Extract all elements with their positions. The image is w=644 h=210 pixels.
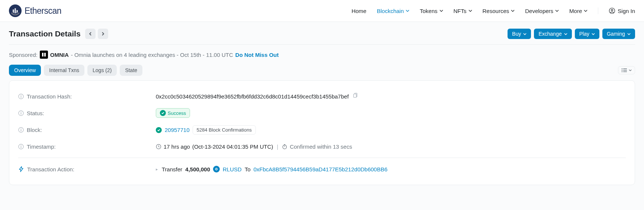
nav-resources[interactable]: Resources <box>483 8 515 14</box>
chevron-down-icon <box>629 69 632 72</box>
svg-rect-17 <box>21 113 22 114</box>
svg-point-22 <box>21 145 22 146</box>
chevron-down-icon <box>406 9 409 13</box>
nav-label: Resources <box>483 8 509 14</box>
chevron-down-icon <box>511 9 515 13</box>
tab-logs[interactable]: Logs (2) <box>87 65 117 76</box>
nav-home[interactable]: Home <box>351 8 366 14</box>
nav-nfts[interactable]: NFTs <box>454 8 472 14</box>
label-action: Transaction Action: <box>27 166 74 172</box>
chevron-down-icon <box>555 9 559 13</box>
chevron-down-icon <box>439 9 443 13</box>
page-title: Transaction Details <box>9 29 81 38</box>
action-verb: Transfer <box>162 166 182 172</box>
main-nav: Home Blockchain Tokens NFTs Resources De… <box>351 7 635 14</box>
confirmations-pill: 5284 Block Confirmations <box>193 125 256 135</box>
etherscan-logo-icon <box>9 4 22 17</box>
info-icon <box>18 144 24 149</box>
tab-state[interactable]: State <box>120 65 142 76</box>
svg-point-16 <box>21 112 22 112</box>
row-status: Status: Success <box>18 104 626 122</box>
chevron-left-icon <box>88 32 92 36</box>
svg-rect-3 <box>42 53 44 56</box>
tabs-more-button[interactable] <box>618 66 635 74</box>
svg-rect-20 <box>21 130 22 132</box>
chevron-down-icon <box>468 9 472 13</box>
sponsor-text: - Omnia launches on 4 leading exchanges … <box>71 52 233 58</box>
prev-tx-button[interactable] <box>85 29 96 39</box>
chevron-down-icon <box>584 9 587 13</box>
title-nav <box>85 29 108 39</box>
confirmed-within: Confirmed within 13 secs <box>290 143 352 150</box>
gaming-button[interactable]: Gaming <box>602 29 635 39</box>
chevron-down-icon <box>564 32 567 36</box>
cta-label: Play <box>579 31 589 37</box>
nav-label: Home <box>351 8 366 14</box>
tabs-row: Overview Internal Txns Logs (2) State <box>9 65 635 80</box>
status-text: Success <box>168 110 186 116</box>
row-timestamp: Timestamp: 17 hrs ago (Oct-13-2024 04:01… <box>18 138 626 155</box>
nav-blockchain[interactable]: Blockchain <box>377 8 409 14</box>
brand-logo[interactable]: Etherscan <box>9 4 61 17</box>
exchange-button[interactable]: Exchange <box>534 29 571 39</box>
next-tx-button[interactable] <box>98 29 108 39</box>
title-row: Transaction Details Buy Exchange Play <box>9 22 635 45</box>
nav-tokens[interactable]: Tokens <box>420 8 443 14</box>
time-full: (Oct-13-2024 04:01:35 PM UTC) <box>192 143 273 150</box>
list-icon <box>621 68 627 72</box>
chevron-down-icon <box>523 32 527 36</box>
nav-developers[interactable]: Developers <box>525 8 559 14</box>
cta-label: Buy <box>512 31 521 37</box>
to-address-link[interactable]: 0xFbcA8B5f5794456B59aD4177E5b212d0Db600B… <box>254 166 387 172</box>
brand-name: Etherscan <box>25 6 61 16</box>
tx-card: Transaction Hash: 0x2cc0c5034620529894f9… <box>9 80 635 185</box>
nav-label: Developers <box>525 8 553 14</box>
caret-icon: ▸ <box>156 167 158 172</box>
check-icon <box>160 110 166 116</box>
tab-overview[interactable]: Overview <box>9 65 41 76</box>
nav-label: Blockchain <box>377 8 404 14</box>
svg-point-5 <box>622 68 622 69</box>
action-amount: 4,500,000 <box>185 166 210 172</box>
token-link[interactable]: RLUSD <box>223 166 242 172</box>
sponsored-prefix: Sponsored: <box>9 52 38 58</box>
user-icon <box>609 7 615 14</box>
buy-button[interactable]: Buy <box>508 29 531 39</box>
label-status: Status: <box>27 110 44 116</box>
play-button[interactable]: Play <box>575 29 599 39</box>
info-icon <box>18 94 24 99</box>
svg-rect-10 <box>623 71 627 72</box>
signin-button[interactable]: Sign In <box>609 7 635 14</box>
copy-icon <box>352 93 358 98</box>
svg-point-19 <box>21 129 22 129</box>
lightning-icon <box>18 166 24 172</box>
chevron-right-icon <box>101 32 105 36</box>
status-badge: Success <box>156 108 190 118</box>
copy-hash-button[interactable] <box>352 92 359 100</box>
tx-hash-value: 0x2cc0c5034620529894f9e3652fbfb6fdd32c6d… <box>156 93 349 100</box>
chevron-down-icon <box>592 32 595 36</box>
clock-icon <box>156 144 161 149</box>
nav-more[interactable]: More <box>569 8 587 14</box>
svg-rect-13 <box>21 96 22 98</box>
block-link[interactable]: 20957710 <box>165 127 190 133</box>
page-body: Transaction Details Buy Exchange Play <box>0 22 644 210</box>
svg-point-2 <box>611 9 613 11</box>
label-block: Block: <box>27 127 42 133</box>
chevron-down-icon <box>627 32 631 36</box>
info-icon <box>18 127 24 133</box>
tab-internal-txns[interactable]: Internal Txns <box>44 65 84 76</box>
label-timestamp: Timestamp: <box>27 143 56 150</box>
row-hash: Transaction Hash: 0x2cc0c5034620529894f9… <box>18 88 626 104</box>
info-icon <box>18 110 24 116</box>
sponsor-logo-icon <box>40 51 48 59</box>
nav-label: More <box>569 8 582 14</box>
stopwatch-icon <box>282 144 287 149</box>
nav-label: NFTs <box>454 8 467 14</box>
svg-point-7 <box>622 70 622 71</box>
sponsor-name: OMNIA <box>50 52 69 58</box>
check-icon <box>156 127 162 133</box>
svg-point-9 <box>622 71 622 72</box>
nav-label: Tokens <box>420 8 438 14</box>
sponsor-link[interactable]: Do Not Miss Out <box>235 52 279 58</box>
